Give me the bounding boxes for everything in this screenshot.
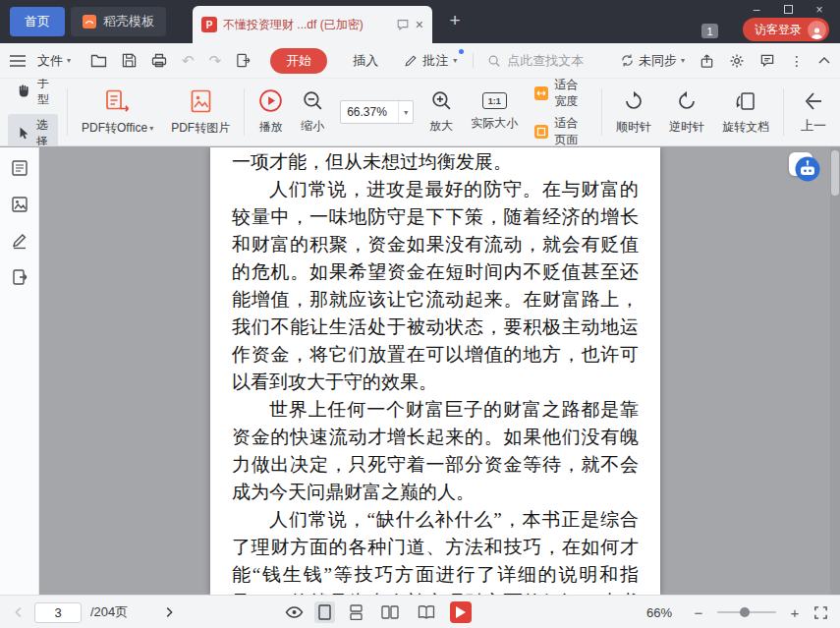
search-icon (487, 54, 501, 68)
window-controls: – × (744, 1, 832, 18)
share-icon[interactable] (700, 53, 714, 69)
undo-icon[interactable]: ↶ (182, 52, 195, 70)
guest-login-button[interactable]: 访客登录 (743, 18, 829, 41)
zoom-dropdown-arrow[interactable]: ▾ (398, 101, 413, 123)
fullscreen-icon[interactable] (813, 605, 828, 620)
document-viewport[interactable]: 一项才能，但从未想过均衡发展。 人们常说，进攻是最好的防守。在与财富的较量中，一… (39, 147, 840, 595)
continuous-view-button[interactable] (346, 601, 366, 623)
scrollbar-thumb[interactable] (831, 150, 839, 196)
single-page-view-button[interactable] (314, 601, 335, 623)
zoom-decrease-button[interactable]: − (691, 604, 706, 621)
page-navigation: /204页 (12, 596, 176, 628)
wps-pdf-window: { "titlebar": { "tabs": { "home": "首页", … (0, 0, 840, 628)
minimize-button[interactable]: – (744, 1, 769, 18)
avatar (808, 21, 826, 39)
zoom-in-button[interactable]: 放大 (420, 89, 462, 135)
previous-view-button[interactable]: 上一 (791, 90, 836, 135)
ai-assistant-button[interactable] (789, 152, 820, 182)
zoom-out-button[interactable]: 缩小 (292, 89, 333, 135)
hand-tool-button[interactable]: 手型 (8, 79, 58, 111)
tab-template[interactable]: 稻壳模板 (71, 7, 166, 36)
document-tab-title: 不懂投资理财 ...df (已加密) (223, 17, 390, 33)
next-page-icon[interactable] (162, 605, 176, 619)
pdf-to-office-button[interactable]: PDF转Office▾ (73, 88, 162, 137)
fit-page-button[interactable]: 适合页面 (534, 115, 588, 147)
read-mode-eye-icon[interactable] (285, 605, 304, 619)
sync-status[interactable]: 未同步 ▾ (620, 52, 685, 70)
page-text: 一项才能，但从未想过均衡发展。 人们常说，进攻是最好的防守。在与财富的较量中，一… (210, 147, 660, 595)
chevron-down-icon: ▾ (453, 56, 457, 65)
tab-comment-icon[interactable] (396, 18, 410, 31)
zoom-in-icon (430, 89, 453, 112)
rotate-clockwise-button[interactable]: 顺时针 (607, 89, 660, 136)
zoom-slider-thumb[interactable] (740, 607, 750, 617)
fit-page-label: 适合页面 (554, 115, 588, 147)
facing-pages-view-button[interactable] (377, 601, 403, 623)
find-text-label: 点此查找文本 (507, 52, 584, 70)
hand-tool-label: 手型 (37, 79, 49, 108)
previous-arrow-icon (803, 90, 824, 112)
play-button[interactable]: 播放 (250, 88, 292, 136)
paragraph: 人们常说，进攻是最好的防守。在与财富的较量中，一味地防守是下下策，随着经济的增长… (232, 176, 639, 396)
slideshow-play-button[interactable] (450, 601, 472, 623)
insert-tab[interactable]: 插入 (353, 52, 378, 70)
actual-size-button[interactable]: 1:1 实际大小 (462, 92, 527, 132)
chevron-down-icon: ▾ (149, 124, 153, 133)
rotate-document-icon (734, 89, 758, 113)
pdf-page[interactable]: 一项才能，但从未想过均衡发展。 人们常说，进攻是最好的防守。在与财富的较量中，一… (210, 147, 660, 595)
close-window-button[interactable]: × (807, 1, 832, 18)
start-tab[interactable]: 开始 (270, 48, 327, 74)
pdf-to-image-icon (188, 88, 214, 114)
tab-document[interactable]: P 不懂投资理财 ...df (已加密) × (193, 6, 432, 43)
hamburger-menu-icon[interactable] (10, 55, 26, 67)
zoom-slider[interactable] (717, 611, 776, 613)
more-options-icon[interactable]: ⋮ (790, 53, 804, 69)
vertical-scrollbar[interactable] (830, 147, 840, 595)
annotate-pen-icon (404, 54, 418, 68)
docer-shell-icon (83, 15, 96, 29)
paragraph: 人们常说，“缺什么补什么”，本书正是综合了理财方面的各种门道、方法和技巧，在如何… (232, 506, 639, 595)
pdf-to-image-button[interactable]: PDF转图片 (162, 88, 239, 137)
titlebar: 首页 稻壳模板 P 不懂投资理财 ...df (已加密) × + 1 访客登录 … (0, 0, 840, 43)
previous-page-icon[interactable] (12, 605, 26, 619)
feedback-bubble-icon[interactable] (759, 53, 775, 68)
zoom-input[interactable] (341, 105, 398, 119)
rotate-clockwise-icon (622, 89, 645, 113)
new-tab-button[interactable]: + (444, 9, 466, 32)
fit-width-button[interactable]: 适合宽度 (534, 79, 588, 110)
gear-icon[interactable] (729, 53, 745, 69)
pointer-tools: 手型 选择 (8, 79, 58, 146)
zoom-combo: ▾ (340, 100, 414, 124)
pdf-to-office-icon (104, 88, 131, 114)
maximize-button[interactable] (775, 1, 801, 18)
outline-panel-icon[interactable] (11, 159, 28, 177)
tab-home[interactable]: 首页 (10, 7, 65, 36)
book-view-button[interactable] (414, 601, 439, 623)
zoom-increase-button[interactable]: + (787, 604, 803, 621)
menubar: 文件 ▾ ↶ ↷ 开始 插入 批注 ▾ 点此查找文本 (0, 43, 840, 79)
robot-icon (795, 156, 820, 182)
print-icon[interactable] (151, 53, 167, 68)
comment-tab[interactable]: 批注 ▾ (404, 52, 457, 70)
signature-panel-icon[interactable] (11, 232, 28, 250)
tab-close-icon[interactable]: × (416, 18, 423, 31)
page-number-input[interactable] (34, 602, 82, 623)
export-panel-icon[interactable] (11, 268, 28, 286)
open-folder-icon[interactable] (90, 53, 107, 68)
divider (473, 53, 474, 68)
thumbnail-panel-icon[interactable] (11, 196, 28, 213)
play-label: 播放 (259, 119, 283, 136)
actual-size-label: 实际大小 (471, 115, 518, 132)
export-preview-icon[interactable] (236, 53, 251, 68)
redo-icon[interactable]: ↷ (209, 52, 222, 70)
paragraph: 一项才能，但从未想过均衡发展。 (232, 148, 639, 176)
find-text-button[interactable]: 点此查找文本 (487, 52, 584, 70)
rotate-document-button[interactable]: 旋转文档 (713, 89, 778, 136)
collapse-ribbon-icon[interactable] (818, 57, 830, 64)
save-icon[interactable] (122, 53, 137, 68)
menubar-right: 未同步 ▾ ⋮ (620, 52, 830, 70)
file-menu[interactable]: 文件 ▾ (37, 52, 71, 70)
select-tool-button[interactable]: 选择 (8, 114, 58, 147)
doc-count-badge[interactable]: 1 (701, 24, 718, 38)
rotate-counterclockwise-button[interactable]: 逆时针 (660, 89, 713, 136)
